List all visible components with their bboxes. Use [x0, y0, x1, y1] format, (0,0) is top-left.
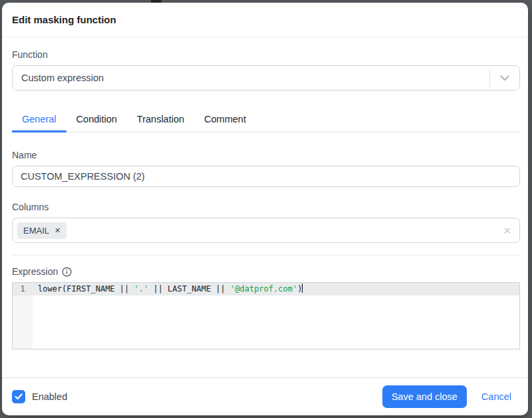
code-string: '@datprof.com'	[230, 284, 297, 294]
dialog-title: Edit masking function	[12, 14, 116, 25]
expression-label-text: Expression	[12, 266, 58, 277]
code-line-1: 1 lower(FIRST_NAME || '.' || LAST_NAME |…	[13, 283, 519, 296]
enabled-label[interactable]: Enabled	[32, 391, 67, 402]
dialog-header: Edit masking function	[2, 3, 528, 37]
enabled-checkbox[interactable]	[12, 390, 25, 403]
tab-condition[interactable]: Condition	[66, 106, 127, 132]
name-input[interactable]	[12, 166, 520, 187]
line-number: 1	[13, 283, 33, 296]
code-text: lower(FIRST_NAME || '.' || LAST_NAME || …	[33, 283, 303, 296]
code-plain: lower(FIRST_NAME ||	[38, 284, 134, 294]
tag-remove-icon[interactable]: ✕	[55, 227, 61, 234]
columns-label: Columns	[12, 202, 520, 212]
dialog-footer: Enabled Save and close Cancel	[2, 377, 528, 415]
code-plain: || LAST_NAME ||	[148, 284, 230, 294]
dialog-body: Function Custom expression General Condi…	[2, 37, 528, 377]
info-icon[interactable]	[62, 267, 72, 277]
expression-code-editor[interactable]: 1 lower(FIRST_NAME || '.' || LAST_NAME |…	[12, 282, 520, 349]
cancel-button[interactable]: Cancel	[481, 391, 511, 402]
chevron-down-icon	[490, 66, 519, 90]
tab-general[interactable]: General	[12, 106, 66, 132]
clear-columns-icon[interactable]: ✕	[503, 226, 511, 236]
expression-label: Expression	[12, 266, 520, 277]
save-and-close-button[interactable]: Save and close	[382, 385, 467, 408]
tab-translation[interactable]: Translation	[127, 106, 194, 132]
tab-bar: General Condition Translation Comment	[12, 106, 520, 132]
column-tag-email: EMAIL ✕	[17, 222, 66, 239]
function-select[interactable]: Custom expression	[12, 65, 520, 91]
tab-comment[interactable]: Comment	[194, 106, 256, 132]
code-string: '.'	[134, 284, 149, 294]
columns-multiselect[interactable]: EMAIL ✕ ✕	[12, 218, 520, 243]
function-label: Function	[12, 49, 520, 60]
text-cursor	[302, 284, 303, 293]
section-divider	[12, 255, 520, 256]
edit-masking-function-dialog: Edit masking function Function Custom ex…	[2, 3, 528, 415]
code-plain: )	[297, 284, 302, 294]
name-label: Name	[12, 150, 520, 160]
function-select-value: Custom expression	[21, 73, 489, 83]
column-tag-label: EMAIL	[23, 226, 49, 236]
